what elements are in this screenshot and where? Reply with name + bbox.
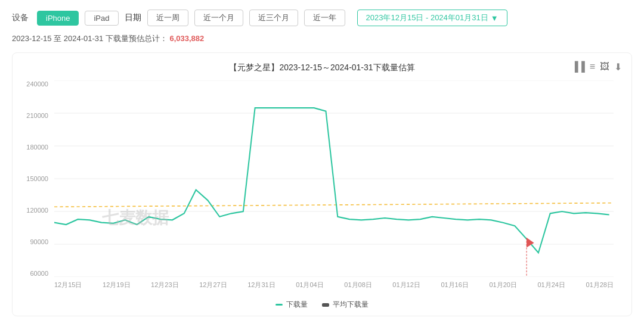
chart-inner: 七麦数据 [54,80,614,277]
chevron-down-icon: ▼ [491,14,499,23]
line-chart-icon[interactable]: ≡ [590,61,595,73]
y-label-180000: 180000 [26,144,48,151]
period-3month-btn[interactable]: 近三个月 [249,10,298,26]
bar-chart-icon[interactable]: ▐▐ [571,61,585,73]
y-axis: 240000 210000 180000 150000 120000 90000… [24,80,52,277]
y-label-150000: 150000 [26,175,48,182]
period-year-btn[interactable]: 近一年 [304,10,345,26]
iphone-btn[interactable]: iPhone [37,11,79,26]
y-label-60000: 60000 [30,270,48,277]
main-container: 设备 iPhone iPad 日期 近一周 近一个月 近三个月 近一年 2023… [0,0,644,326]
x-label-0112: 01月12日 [392,281,420,289]
period-week-btn[interactable]: 近一周 [147,10,188,26]
x-label-0120: 01月20日 [489,281,516,289]
chart-container: 【元梦之星】2023-12-15～2024-01-31下载量估算 ▐▐ ≡ 🖼 … [12,52,632,316]
legend-download: 下载量 [275,300,308,310]
period-month-btn[interactable]: 近一个月 [194,10,243,26]
legend-download-label: 下载量 [286,300,308,310]
ipad-btn[interactable]: iPad [85,11,118,26]
y-label-120000: 120000 [26,207,48,214]
legend: 下载量 平均下载量 [24,300,620,310]
legend-avg: 平均下载量 [322,300,369,310]
y-label-90000: 90000 [30,238,48,245]
x-label-0116: 01月16日 [441,281,468,289]
date-range-text: 2023年12月15日 - 2024年01月31日 [366,13,488,23]
chart-svg [54,80,614,277]
x-label-0128: 01月28日 [586,281,614,289]
x-label-0108: 01月08日 [344,281,371,289]
x-axis: 12月15日 12月19日 12月23日 12月27日 12月31日 01月04… [54,277,614,295]
chart-area: 240000 210000 180000 150000 120000 90000… [24,80,620,295]
y-label-210000: 210000 [26,112,48,119]
x-label-1223: 12月23日 [151,281,178,289]
chart-title: 【元梦之星】2023-12-15～2024-01-31下载量估算 [24,63,620,73]
x-label-1219: 12月19日 [103,281,130,289]
chart-icons: ▐▐ ≡ 🖼 ⬇ [571,61,622,73]
toolbar: 设备 iPhone iPad 日期 近一周 近一个月 近三个月 近一年 2023… [12,10,632,26]
svg-line-7 [54,203,614,207]
download-icon[interactable]: ⬇ [614,61,622,73]
device-label: 设备 [12,13,29,23]
x-label-0104: 01月04日 [296,281,323,289]
x-label-1215: 12月15日 [54,281,82,289]
legend-avg-label: 平均下载量 [333,300,369,310]
date-range-btn[interactable]: 2023年12月15日 - 2024年01月31日 ▼ [357,10,507,26]
summary-bar: 2023-12-15 至 2024-01-31 下载量预估总计： 6,033,8… [12,33,632,44]
x-label-0124: 01月24日 [537,281,565,289]
legend-dot-green [275,304,283,306]
separator: 日期 [125,13,141,23]
image-icon[interactable]: 🖼 [600,61,609,73]
legend-dot-orange [322,303,329,307]
summary-total: 6,033,882 [169,34,204,43]
x-label-1227: 12月27日 [199,281,227,289]
x-label-1231: 12月31日 [247,281,275,289]
y-label-240000: 240000 [26,80,48,88]
summary-prefix: 2023-12-15 至 2024-01-31 下载量预估总计： [12,34,168,43]
